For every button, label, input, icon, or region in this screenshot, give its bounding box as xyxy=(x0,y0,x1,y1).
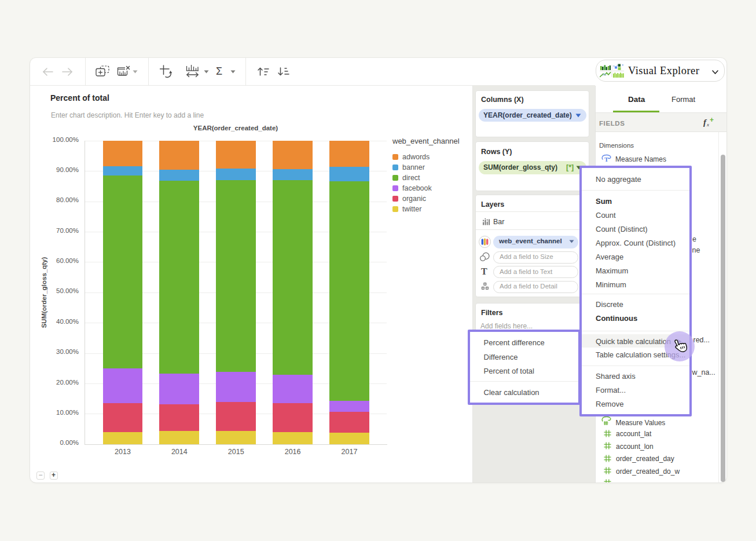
svg-text:T: T xyxy=(604,156,609,162)
